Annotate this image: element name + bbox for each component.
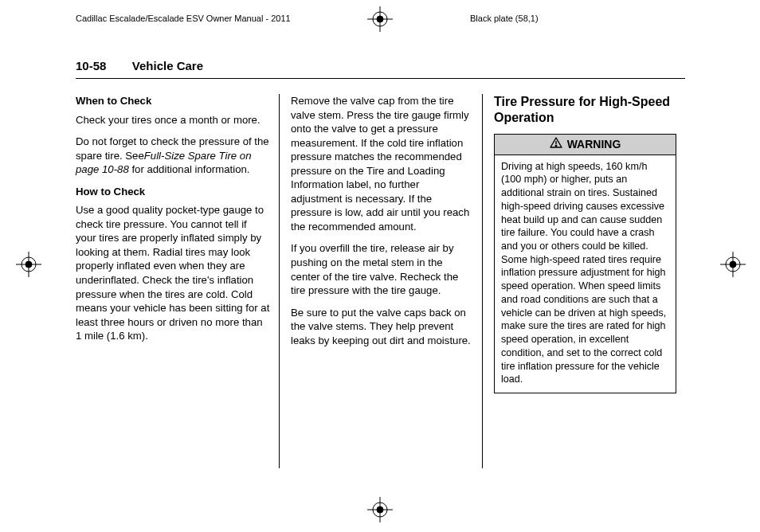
svg-point-15 — [730, 261, 736, 268]
registration-mark-icon — [720, 252, 746, 277]
header-right-text: Black plate (58,1) — [470, 14, 539, 23]
section-title: Vehicle Care — [132, 59, 203, 72]
column-3: Tire Pressure for High-Speed Operation W… — [482, 94, 685, 468]
registration-mark-icon — [367, 497, 393, 522]
svg-point-11 — [25, 261, 32, 268]
body-text: If you overfill the tire, release air by… — [291, 241, 473, 297]
registration-mark-icon — [367, 6, 393, 32]
body-text: Use a good quality pocket-type gauge to … — [76, 203, 270, 342]
svg-point-7 — [377, 507, 383, 513]
warning-box: WARNING Driving at high speeds, 160 km/h… — [494, 134, 676, 393]
content-columns: When to Check Check your tires once a mo… — [76, 94, 685, 468]
heading-tire-pressure-high-speed: Tire Pressure for High-Speed Operation — [494, 94, 676, 126]
section-header: 10-58 Vehicle Care — [76, 59, 685, 79]
registration-mark-icon — [16, 252, 41, 277]
page: Cadillac Escalade/Escalade ESV Owner Man… — [0, 0, 760, 532]
subheading-when-to-check: When to Check — [76, 94, 270, 108]
body-text: Check your tires once a month or more. — [76, 113, 270, 127]
body-text: Remove the valve cap from the tire valve… — [291, 94, 473, 233]
svg-point-3 — [377, 16, 383, 22]
header-left-text: Cadillac Escalade/Escalade ESV Owner Man… — [76, 14, 291, 23]
warning-header: WARNING — [495, 135, 676, 155]
warning-triangle-icon — [550, 137, 562, 152]
svg-point-17 — [555, 145, 557, 147]
warning-body: Driving at high speeds, 160 km/h (100 mp… — [495, 155, 676, 393]
warning-label: WARNING — [567, 137, 621, 152]
body-text-fragment: for additional information. — [129, 163, 250, 175]
body-text: Do not forget to check the pressure of t… — [76, 135, 270, 177]
page-number: 10-58 — [76, 59, 106, 72]
column-1: When to Check Check your tires once a mo… — [76, 94, 279, 468]
column-2: Remove the valve cap from the tire valve… — [279, 94, 482, 468]
subheading-how-to-check: How to Check — [76, 185, 270, 199]
body-text: Be sure to put the valve caps back on th… — [291, 306, 473, 348]
